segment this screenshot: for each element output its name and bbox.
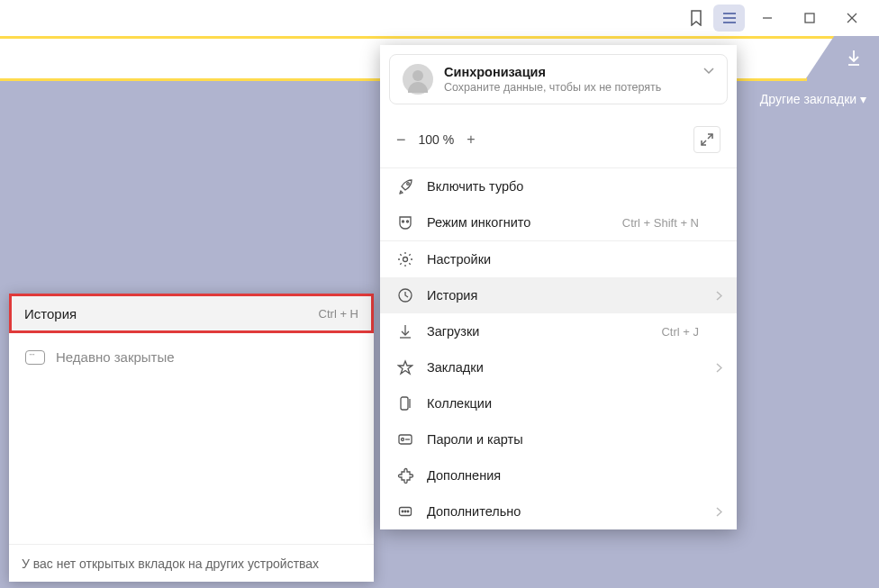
- menu-label: Дополнения: [427, 468, 501, 483]
- menu-label: Настройки: [427, 252, 491, 267]
- zoom-in-button[interactable]: +: [467, 131, 475, 148]
- clock-icon: [396, 286, 414, 304]
- puzzle-icon: [396, 466, 414, 484]
- menu-item-settings[interactable]: Настройки: [380, 241, 737, 277]
- history-shortcut: Ctrl + H: [319, 307, 358, 321]
- menu-label: Коллекции: [427, 396, 492, 411]
- menu-item-history[interactable]: История: [380, 277, 737, 313]
- sync-title: Синхронизация: [444, 65, 661, 79]
- history-submenu: История Ctrl + H Недавно закрытые У вас …: [9, 294, 374, 582]
- download-icon: [396, 322, 414, 340]
- gear-icon: [396, 250, 414, 268]
- minimize-icon: [762, 13, 773, 23]
- main-menu-button[interactable]: [713, 5, 745, 32]
- zoom-value: 100 %: [419, 132, 455, 147]
- menu-item-incognito[interactable]: Режим инкогнито Ctrl + Shift + N: [380, 204, 737, 240]
- card-icon: [396, 430, 414, 448]
- menu-item-addons[interactable]: Дополнения: [380, 457, 737, 493]
- menu-item-more[interactable]: Дополнительно: [380, 493, 737, 529]
- incognito-icon: [396, 213, 414, 231]
- tabs-icon: [25, 350, 45, 365]
- menu-label: История: [427, 288, 477, 303]
- hamburger-icon: [722, 13, 737, 23]
- svg-point-22: [402, 439, 404, 441]
- menu-item-bookmarks[interactable]: Закладки: [380, 349, 737, 385]
- other-bookmarks-button[interactable]: Другие закладки ▾: [760, 92, 866, 106]
- rocket-icon: [396, 177, 414, 195]
- bookmark-button[interactable]: [680, 4, 711, 32]
- maximize-icon: [804, 13, 815, 23]
- menu-label: Загрузки: [427, 324, 479, 339]
- menu-item-downloads[interactable]: Загрузки Ctrl + J: [380, 313, 737, 349]
- expand-icon: [701, 133, 713, 146]
- chevron-right-icon: [716, 507, 722, 517]
- sync-text: Синхронизация Сохраните данные, чтобы их…: [444, 65, 661, 94]
- bookmark-icon: [689, 10, 703, 26]
- close-button[interactable]: [831, 4, 872, 32]
- zoom-controls: − 100 % +: [380, 113, 737, 167]
- minimize-button[interactable]: [747, 4, 787, 32]
- chevron-right-icon: [716, 291, 722, 301]
- recently-closed-item[interactable]: Недавно закрытые: [9, 333, 374, 381]
- menu-shortcut: Ctrl + J: [661, 325, 699, 339]
- titlebar: [0, 0, 879, 36]
- svg-rect-19: [401, 397, 408, 410]
- menu-label: Режим инкогнито: [427, 215, 530, 230]
- sync-subtitle: Сохраните данные, чтобы их не потерять: [444, 81, 661, 94]
- download-arrow-icon: [847, 50, 861, 66]
- close-icon: [847, 13, 857, 23]
- menu-shortcut: Ctrl + Shift + N: [622, 216, 699, 230]
- svg-point-26: [404, 511, 406, 512]
- main-menu-dropdown: Синхронизация Сохраните данные, чтобы их…: [380, 45, 737, 529]
- menu-item-passwords[interactable]: Пароли и карты: [380, 421, 737, 457]
- sync-card[interactable]: Синхронизация Сохраните данные, чтобы их…: [389, 54, 728, 104]
- recently-closed-label: Недавно закрытые: [56, 349, 175, 365]
- svg-point-25: [402, 511, 403, 512]
- svg-rect-4: [805, 14, 814, 23]
- svg-point-13: [407, 221, 409, 222]
- history-header-item[interactable]: История Ctrl + H: [9, 294, 374, 333]
- svg-marker-18: [399, 361, 412, 374]
- fullscreen-button[interactable]: [693, 126, 720, 153]
- history-title: История: [24, 306, 77, 321]
- menu-label: Закладки: [427, 360, 484, 375]
- svg-point-11: [407, 183, 410, 185]
- svg-point-12: [403, 221, 404, 222]
- history-footer-text: У вас нет открытых вкладок на других уст…: [9, 544, 374, 582]
- svg-point-27: [407, 511, 409, 512]
- menu-label: Включить турбо: [427, 179, 523, 194]
- maximize-button[interactable]: [789, 4, 829, 32]
- menu-item-turbo[interactable]: Включить турбо: [380, 168, 737, 204]
- zoom-out-button[interactable]: −: [396, 131, 406, 149]
- svg-point-14: [403, 258, 408, 262]
- downloads-indicator[interactable]: [847, 50, 861, 66]
- menu-item-collections[interactable]: Коллекции: [380, 385, 737, 421]
- menu-label: Пароли и карты: [427, 432, 523, 447]
- star-icon: [396, 358, 414, 376]
- flag-icon: [396, 394, 414, 412]
- more-icon: [396, 502, 414, 520]
- chevron-down-icon: [703, 68, 714, 75]
- avatar-icon: [403, 64, 433, 95]
- chevron-right-icon: [716, 363, 722, 373]
- menu-label: Дополнительно: [427, 504, 521, 519]
